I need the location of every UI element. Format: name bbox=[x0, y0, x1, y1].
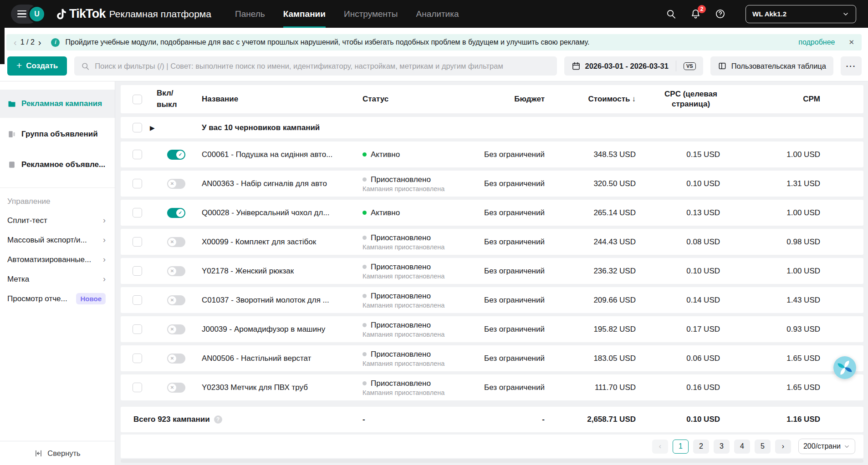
table-row: Y02178 - Женский рюкзак Приостановлено К… bbox=[121, 258, 863, 284]
folder-icon bbox=[7, 99, 16, 108]
sidebar-item-split-test[interactable]: Сплит-тест › bbox=[0, 211, 115, 230]
campaign-name[interactable]: AN00363 - Набір сигналів для авто bbox=[193, 179, 363, 188]
banner-details-link[interactable]: подробнее bbox=[798, 38, 835, 46]
status-dot bbox=[363, 381, 367, 385]
toggle-knob bbox=[168, 325, 176, 334]
columns-icon bbox=[718, 61, 727, 71]
sidebar-collapse-button[interactable]: Свернуть bbox=[0, 441, 115, 465]
campaign-toggle[interactable] bbox=[167, 179, 185, 189]
page-button-5[interactable]: 5 bbox=[755, 440, 771, 454]
page-button-3[interactable]: 3 bbox=[714, 440, 730, 454]
avatar[interactable]: U bbox=[28, 5, 46, 23]
table-header-row: Вкл/ выкл Название Статус Бюджет Стоимос… bbox=[121, 85, 863, 113]
account-selector[interactable]: WL Akk1.2 bbox=[745, 5, 856, 23]
page-button-1[interactable]: 1 bbox=[673, 440, 689, 454]
page-button-4[interactable]: 4 bbox=[734, 440, 750, 454]
notifications-bell-icon[interactable]: 2 bbox=[690, 9, 701, 20]
campaign-name[interactable]: J00039 - Аромадифузор в машину bbox=[193, 325, 363, 334]
drafts-notice[interactable]: У вас 10 черновиков кампаний bbox=[193, 123, 363, 132]
row-checkbox[interactable] bbox=[133, 237, 142, 247]
more-actions-button[interactable]: ··· bbox=[841, 56, 862, 76]
status-cell: Активно bbox=[363, 150, 458, 159]
campaign-name[interactable]: AN00506 - Настільний верстат bbox=[193, 354, 363, 363]
status-subtext: Кампания приостановлена bbox=[363, 389, 444, 396]
expand-drafts-icon[interactable]: ▶ bbox=[147, 124, 193, 131]
page-next-button[interactable]: › bbox=[775, 440, 791, 454]
sidebar-item-label: Рекламная кампания bbox=[21, 99, 102, 108]
custom-table-button[interactable]: Пользовательская таблица bbox=[710, 56, 833, 76]
row-checkbox[interactable] bbox=[133, 383, 142, 392]
table-row: X00099 - Комплект для застібок Приостано… bbox=[121, 229, 863, 255]
sidebar-item-label-tag[interactable]: Метка › bbox=[0, 269, 115, 289]
page-prev-button[interactable]: ‹ bbox=[652, 440, 668, 454]
banner-prev-icon[interactable]: ‹ bbox=[14, 37, 17, 48]
select-all-checkbox[interactable] bbox=[133, 95, 142, 104]
campaign-name[interactable]: Y02303 Метчик для ПВХ труб bbox=[193, 383, 363, 392]
compare-vs-icon[interactable]: VS bbox=[684, 62, 696, 70]
sidebar-item-bulk-export[interactable]: Массовый экспорт/и... › bbox=[0, 230, 115, 250]
cpc-cell: 0.10 USD bbox=[636, 267, 720, 276]
campaign-toggle[interactable] bbox=[167, 295, 185, 305]
campaign-toggle[interactable] bbox=[167, 354, 185, 364]
totals-cpm: 1.16 USD bbox=[720, 415, 863, 424]
header-cost-sortable[interactable]: Стоимость ↓ bbox=[545, 95, 636, 104]
campaign-toggle[interactable] bbox=[167, 237, 185, 247]
floating-promo-icon[interactable] bbox=[833, 356, 856, 379]
campaign-toggle[interactable] bbox=[167, 383, 185, 393]
help-icon[interactable] bbox=[715, 9, 725, 20]
sidebar-item-view-reports[interactable]: Просмотр отче... Новое bbox=[0, 289, 115, 308]
banner-next-icon[interactable]: › bbox=[38, 37, 41, 48]
campaign-toggle[interactable] bbox=[167, 208, 185, 218]
toggle-knob bbox=[168, 384, 176, 392]
row-checkbox[interactable] bbox=[133, 354, 142, 363]
table-row: C01037 - Зворотний молоток для ... Приос… bbox=[121, 287, 863, 313]
campaign-name[interactable]: C01037 - Зворотний молоток для ... bbox=[193, 296, 363, 305]
divider bbox=[676, 61, 676, 71]
page-button-2[interactable]: 2 bbox=[693, 440, 709, 454]
sidebar-item-campaign[interactable]: Рекламная кампания bbox=[0, 90, 115, 118]
budget-cell: Без ограничений bbox=[458, 179, 545, 188]
status-text: Приостановлено bbox=[371, 292, 431, 301]
toggle-knob bbox=[168, 354, 176, 363]
status-dot bbox=[363, 177, 367, 182]
row-checkbox[interactable] bbox=[133, 295, 142, 305]
row-checkbox[interactable] bbox=[133, 150, 142, 159]
nav-analytics[interactable]: Аналитика bbox=[416, 0, 459, 28]
row-checkbox[interactable] bbox=[133, 208, 142, 217]
date-range-button[interactable]: 2026-03-01 - 2026-03-31 VS bbox=[564, 56, 703, 76]
campaign-name[interactable]: Y02178 - Женский рюкзак bbox=[193, 267, 363, 276]
close-icon[interactable]: ✕ bbox=[848, 38, 854, 46]
cost-cell: 320.50 USD bbox=[545, 179, 636, 188]
sidebar-item-ad[interactable]: Рекламное объявле... bbox=[0, 151, 115, 179]
campaign-name[interactable]: Q00028 - Універсальний чохол дл... bbox=[193, 208, 363, 217]
nav-dashboard[interactable]: Панель bbox=[235, 0, 265, 28]
campaign-toggle[interactable] bbox=[167, 324, 185, 334]
campaign-toggle[interactable] bbox=[167, 266, 185, 276]
status-text: Приостановлено bbox=[371, 263, 431, 272]
plus-icon: + bbox=[16, 60, 22, 71]
create-button[interactable]: + Создать bbox=[7, 56, 67, 76]
main-menu[interactable]: U bbox=[11, 5, 46, 24]
help-circle-icon[interactable]: ? bbox=[214, 415, 222, 424]
sidebar-item-label: Группа объявлений bbox=[21, 130, 98, 139]
row-checkbox[interactable] bbox=[133, 324, 142, 334]
nav-campaigns[interactable]: Кампании bbox=[283, 0, 326, 28]
campaign-name[interactable]: X00099 - Комплект для застібок bbox=[193, 238, 363, 247]
draft-checkbox[interactable] bbox=[133, 123, 142, 132]
horizontal-scrollbar[interactable] bbox=[121, 459, 863, 463]
search-input[interactable]: Поиск и фильтры (/) | Совет: выполните п… bbox=[74, 56, 557, 76]
row-checkbox[interactable] bbox=[133, 179, 142, 188]
page-size-select[interactable]: 200/страни bbox=[798, 439, 855, 454]
campaign-toggle[interactable] bbox=[167, 150, 185, 160]
notice-banner: ‹ 1 / 2 › i Пройдите учебные модули, под… bbox=[6, 34, 862, 51]
campaign-name[interactable]: C00061 - Подушка на сидіння авто... bbox=[193, 150, 363, 159]
row-checkbox[interactable] bbox=[133, 266, 142, 276]
cpc-cell: 0.17 USD bbox=[636, 325, 720, 334]
search-icon[interactable] bbox=[665, 9, 676, 20]
sidebar-item-automated-rules[interactable]: Автоматизированные... › bbox=[0, 250, 115, 269]
nav-tools[interactable]: Инструменты bbox=[344, 0, 398, 28]
toggle-knob bbox=[168, 180, 176, 188]
sidebar-item-label: Рекламное объявле... bbox=[21, 160, 105, 169]
status-cell: Приостановлено Кампания приостановлена bbox=[363, 175, 458, 192]
sidebar-item-adgroup[interactable]: Группа объявлений bbox=[0, 120, 115, 148]
